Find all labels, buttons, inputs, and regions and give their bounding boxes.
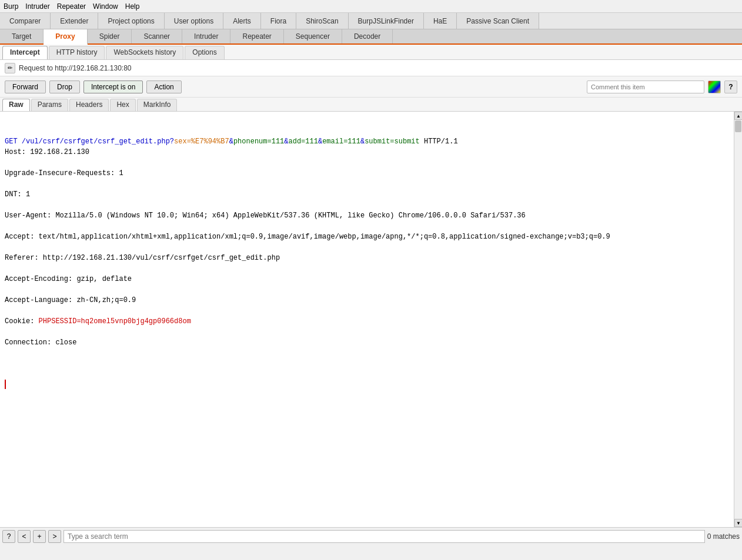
http-line-2: Host: 192.168.21.130 <box>5 147 729 157</box>
http-line-1: GET /vul/csrf/csrfget/csrf_get_edit.php?… <box>5 136 729 147</box>
tab-headers[interactable]: Headers <box>69 99 109 111</box>
sub-tab-intercept[interactable]: Intercept <box>2 46 48 59</box>
http-line-3: Upgrade-Insecure-Requests: 1 <box>5 168 729 179</box>
tab-shiroscan[interactable]: ShiroScan <box>296 13 348 29</box>
http-line-7: Referer: http://192.168.21.130/vul/csrf/… <box>5 253 729 263</box>
matches-count: 0 matches <box>707 532 740 541</box>
help-bottom-button[interactable]: ? <box>2 530 15 543</box>
search-input[interactable] <box>63 530 705 543</box>
intercept-toggle-button[interactable]: Intercept is on <box>83 81 143 93</box>
cursor-line <box>5 380 729 389</box>
http-line-6: Accept: text/html,application/xhtml+xml,… <box>5 232 729 242</box>
tab-extender[interactable]: Extender <box>51 13 98 29</box>
nav-intruder[interactable]: Intruder <box>182 29 230 43</box>
forward-button[interactable]: Forward <box>5 81 46 93</box>
tab-alerts[interactable]: Alerts <box>223 13 261 29</box>
menu-window[interactable]: Window <box>93 2 118 11</box>
menu-repeater[interactable]: Repeater <box>57 2 86 11</box>
sub-tab-http-history[interactable]: HTTP history <box>49 46 105 59</box>
menu-burp[interactable]: Burp <box>4 2 18 11</box>
nav-sequencer[interactable]: Sequencer <box>284 29 342 43</box>
sub-tab-options[interactable]: Options <box>185 46 224 59</box>
help-icon-button[interactable]: ? <box>724 81 737 93</box>
http-line-10: Cookie: PHPSESSID=hq2omel5vnp0bjg4gp0966… <box>5 316 729 327</box>
nav-scanner[interactable]: Scanner <box>132 29 182 43</box>
tab-burpjslinkfinder[interactable]: BurpJSLinkFinder <box>349 13 424 29</box>
edit-icon[interactable]: ✏ <box>5 63 15 73</box>
nav-spider[interactable]: Spider <box>88 29 132 43</box>
scrollbar[interactable]: ▲ ▼ <box>734 112 742 527</box>
bottom-bar: ? < + > 0 matches <box>0 527 742 545</box>
nav-decoder[interactable]: Decoder <box>342 29 393 43</box>
tab-params[interactable]: Params <box>31 99 68 111</box>
sub-nav: Intercept HTTP history WebSockets histor… <box>0 45 742 60</box>
main-nav: Target Proxy Spider Scanner Intruder Rep… <box>0 29 742 45</box>
action-button[interactable]: Action <box>146 81 181 93</box>
request-info-bar: ✏ Request to http://192.168.21.130:80 <box>0 60 742 76</box>
menu-bar: Burp Intruder Repeater Window Help <box>0 0 742 13</box>
tab-project-options[interactable]: Project options <box>98 13 164 29</box>
comment-area: ? <box>587 81 737 93</box>
tab-hex[interactable]: Hex <box>110 99 135 111</box>
prev-button[interactable]: < <box>18 530 31 543</box>
nav-proxy[interactable]: Proxy <box>44 29 87 45</box>
tab-raw[interactable]: Raw <box>2 99 30 111</box>
nav-target[interactable]: Target <box>0 29 44 43</box>
tab-hae[interactable]: HaE <box>424 13 457 29</box>
menu-intruder[interactable]: Intruder <box>25 2 49 11</box>
top-tabs: Comparer Extender Project options User o… <box>0 13 742 29</box>
sub-tab-websockets-history[interactable]: WebSockets history <box>106 46 183 59</box>
http-line-9: Accept-Language: zh-CN,zh;q=0.9 <box>5 295 729 306</box>
tab-comparer[interactable]: Comparer <box>0 13 51 29</box>
nav-repeater[interactable]: Repeater <box>230 29 283 43</box>
tab-markinfo[interactable]: MarkInfo <box>137 99 178 111</box>
next-button[interactable]: > <box>48 530 61 543</box>
action-bar: Forward Drop Intercept is on Action ? <box>0 76 742 98</box>
content-tabs: Raw Params Headers Hex MarkInfo <box>0 98 742 112</box>
scroll-up-button[interactable]: ▲ <box>734 112 742 120</box>
scroll-down-button[interactable]: ▼ <box>734 519 742 527</box>
add-button[interactable]: + <box>33 530 46 543</box>
http-line-11: Connection: close <box>5 337 729 348</box>
comment-input[interactable] <box>587 81 704 93</box>
http-line-empty <box>5 358 729 369</box>
http-line-8: Accept-Encoding: gzip, deflate <box>5 274 729 284</box>
color-picker-button[interactable] <box>708 81 721 93</box>
menu-help[interactable]: Help <box>125 2 140 11</box>
http-line-5: User-Agent: Mozilla/5.0 (Windows NT 10.0… <box>5 210 729 221</box>
tab-user-options[interactable]: User options <box>165 13 223 29</box>
http-line-4: DNT: 1 <box>5 189 729 200</box>
tab-passive-scan-client[interactable]: Passive Scan Client <box>457 13 539 29</box>
request-url: Request to http://192.168.21.130:80 <box>19 64 131 72</box>
content-wrapper: GET /vul/csrf/csrfget/csrf_get_edit.php?… <box>0 112 742 527</box>
http-request-content[interactable]: GET /vul/csrf/csrfget/csrf_get_edit.php?… <box>0 112 734 527</box>
tab-fiora[interactable]: Fiora <box>261 13 296 29</box>
drop-button[interactable]: Drop <box>49 81 80 93</box>
